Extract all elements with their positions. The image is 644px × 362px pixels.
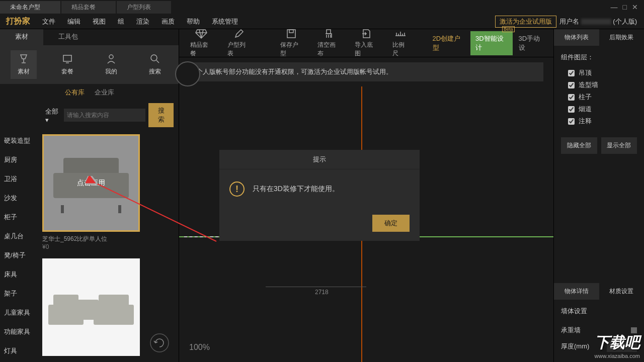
toolbar: 精品套餐 户型列表 保存户型 清空画布 导入底图 比例尺 bbox=[179, 29, 553, 57]
tool-label: 导入底图 bbox=[355, 41, 377, 58]
tool-layout-list[interactable]: 户型列表 bbox=[220, 26, 257, 60]
lib-public[interactable]: 公有库 bbox=[65, 88, 85, 97]
modal-ok-button[interactable]: 确定 bbox=[372, 215, 410, 232]
nav-search[interactable]: 搜索 bbox=[142, 50, 168, 79]
chk-label: 吊顶 bbox=[579, 68, 592, 77]
menu-file[interactable]: 文件 bbox=[36, 15, 61, 28]
app-logo: 打扮家 bbox=[2, 16, 30, 27]
cat-item[interactable]: 功能家具 bbox=[0, 322, 36, 341]
tool-3d-manual[interactable]: 3D手动设 bbox=[514, 30, 549, 56]
cat-item[interactable]: 灯具 bbox=[0, 341, 36, 360]
search-input[interactable] bbox=[64, 109, 145, 122]
right-tab-detail[interactable]: 物体详情 bbox=[554, 283, 599, 300]
watermark: 下载吧 www.xiazaiba.com bbox=[595, 332, 640, 359]
doc-tab-2[interactable]: 精品套餐 bbox=[61, 1, 116, 14]
tool-label: 清空画布 bbox=[317, 41, 340, 58]
chk-ceiling[interactable] bbox=[568, 70, 575, 76]
nav-row: 素材 套餐 我的 搜索 bbox=[0, 45, 179, 84]
nav-mine[interactable]: 我的 bbox=[98, 50, 124, 79]
cat-item[interactable]: 凳/椅子 bbox=[0, 246, 36, 265]
chk-wall[interactable] bbox=[568, 82, 575, 88]
cat-item[interactable]: 厨房 bbox=[0, 150, 36, 169]
filter-label: 全部 bbox=[45, 108, 58, 115]
cat-item[interactable]: 儿童家具 bbox=[0, 303, 36, 322]
cat-item[interactable]: 硬装造型 bbox=[0, 131, 36, 150]
cat-item[interactable]: 沙发 bbox=[0, 189, 36, 208]
warning-icon: ! bbox=[229, 182, 245, 197]
item-thumb[interactable] bbox=[42, 258, 140, 356]
search-icon bbox=[149, 53, 160, 64]
doc-tab-3[interactable]: 户型列表 bbox=[117, 1, 171, 14]
user-name-blurred bbox=[581, 19, 611, 25]
nav-label: 我的 bbox=[105, 67, 117, 76]
pencil-icon bbox=[234, 28, 244, 39]
tool-package[interactable]: 精品套餐 bbox=[183, 26, 219, 60]
filter-all[interactable]: 全部 ▾ bbox=[45, 107, 61, 124]
cat-item[interactable]: 柜子 bbox=[0, 208, 36, 227]
right-tab-material[interactable]: 材质设置 bbox=[599, 283, 645, 300]
tool-scale[interactable]: 比例尺 bbox=[385, 26, 416, 60]
category-list: 硬装造型 厨房 卫浴 沙发 柜子 桌几台 凳/椅子 床具 架子 儿童家具 功能家… bbox=[0, 129, 36, 362]
cat-item[interactable]: 架子 bbox=[0, 284, 36, 303]
nav-label: 素材 bbox=[18, 67, 30, 76]
overlay-text: 点击应用 bbox=[44, 136, 138, 230]
menu-edit[interactable]: 编辑 bbox=[61, 15, 87, 28]
close-icon[interactable]: ✕ bbox=[632, 3, 638, 11]
hide-all-button[interactable]: 隐藏全部 bbox=[561, 137, 597, 154]
tool-3d-smart[interactable]: 3D智能设计 Beta bbox=[470, 31, 512, 55]
minimize-icon[interactable]: — bbox=[611, 3, 618, 11]
right-panel: 物体列表 后期效果 组件图层： 吊顶 造型墙 柱子 烟道 注释 隐藏全部 显示全… bbox=[553, 29, 644, 362]
cat-item[interactable]: 床具 bbox=[0, 265, 36, 284]
beta-badge: Beta bbox=[502, 26, 515, 32]
left-tab-material[interactable]: 素材 bbox=[0, 29, 43, 45]
chk-note[interactable] bbox=[568, 118, 575, 125]
chk-column[interactable] bbox=[568, 94, 575, 101]
lib-enterprise[interactable]: 企业库 bbox=[95, 88, 114, 97]
svg-rect-5 bbox=[289, 30, 293, 33]
svg-point-1 bbox=[109, 55, 113, 59]
svg-rect-4 bbox=[287, 30, 295, 38]
doc-tab-1[interactable]: 未命名户型 bbox=[0, 1, 60, 14]
menu-quality[interactable]: 画质 bbox=[155, 15, 181, 28]
maximize-icon[interactable]: □ bbox=[623, 3, 627, 11]
cat-item[interactable]: 卫浴 bbox=[0, 169, 36, 189]
diamond-icon bbox=[195, 28, 207, 39]
left-panel: 素材 工具包 素材 套餐 我的 搜索 公有库 企业库 bbox=[0, 29, 179, 362]
screen-icon bbox=[62, 53, 73, 64]
lib-tabs: 公有库 企业库 bbox=[0, 84, 179, 101]
item-title: 芝华士_5962比萨单人位 bbox=[42, 232, 173, 243]
notice-bar: 个人版帐号部分功能没有开通权限，可激活为企业试用版帐号试用。 bbox=[189, 62, 543, 81]
tool-clear[interactable]: 清空画布 bbox=[310, 26, 347, 60]
nav-package[interactable]: 套餐 bbox=[54, 50, 80, 79]
left-tab-toolkit[interactable]: 工具包 bbox=[43, 29, 93, 45]
refresh-button[interactable] bbox=[149, 333, 170, 353]
tool-import[interactable]: 导入底图 bbox=[348, 26, 384, 60]
search-button[interactable]: 搜索 bbox=[148, 103, 174, 127]
item-thumb[interactable]: 点击应用 bbox=[42, 134, 140, 232]
menu-group[interactable]: 组 bbox=[112, 15, 130, 28]
chk-label: 注释 bbox=[579, 117, 592, 126]
brush-icon bbox=[324, 28, 334, 39]
right-tab-objects[interactable]: 物体列表 bbox=[554, 29, 599, 46]
show-all-button[interactable]: 显示全部 bbox=[601, 137, 637, 154]
tool-2d-create[interactable]: 2D创建户型 bbox=[428, 30, 469, 56]
menu-render[interactable]: 渲染 bbox=[130, 15, 155, 28]
cat-item[interactable]: 桌几台 bbox=[0, 227, 36, 246]
layer-title: 组件图层： bbox=[561, 53, 637, 62]
chk-label: 烟道 bbox=[579, 105, 592, 114]
chk-label: 造型墙 bbox=[579, 80, 598, 89]
chk-flue[interactable] bbox=[568, 106, 575, 113]
modal-message: 只有在3D装修下才能使用。 bbox=[253, 185, 339, 194]
watermark-text: 下载吧 bbox=[595, 332, 640, 353]
save-icon bbox=[286, 28, 296, 39]
svg-point-2 bbox=[151, 55, 157, 61]
nav-label: 搜索 bbox=[149, 67, 161, 76]
item-card: 点击应用 芝华士_5962比萨单人位 ¥0 bbox=[42, 134, 173, 250]
ruler-icon bbox=[394, 28, 407, 39]
nav-material[interactable]: 素材 bbox=[11, 50, 37, 79]
right-tab-post[interactable]: 后期效果 bbox=[599, 29, 645, 46]
menu-view[interactable]: 视图 bbox=[87, 15, 112, 28]
tool-save[interactable]: 保存户型 bbox=[273, 26, 309, 60]
tool-label: 比例尺 bbox=[392, 41, 409, 58]
watermark-url: www.xiazaiba.com bbox=[595, 353, 640, 359]
